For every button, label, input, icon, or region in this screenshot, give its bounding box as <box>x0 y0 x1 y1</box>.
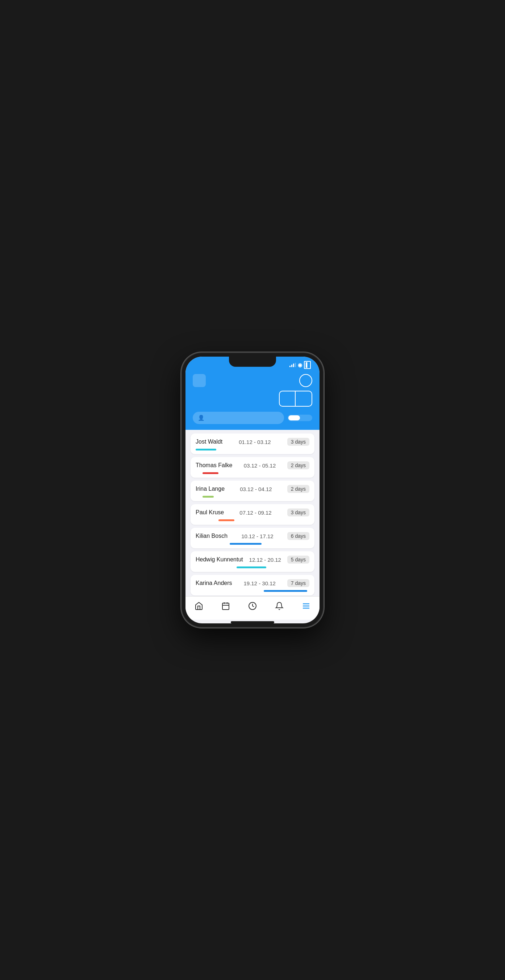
month-navigation <box>193 391 312 407</box>
bar-container <box>195 449 310 450</box>
home-indicator <box>231 621 274 624</box>
absence-bar <box>203 472 218 474</box>
nav-item-calendar[interactable] <box>216 600 236 613</box>
signal-bar-3 <box>293 364 294 367</box>
absence-bar <box>264 590 307 592</box>
card-top: Thomas Falke03.12 - 05.122 days <box>195 461 310 469</box>
wifi-icon: ◉ <box>298 362 302 368</box>
days-badge: 2 days <box>287 485 310 493</box>
date-range: 03.12 - 05.12 <box>244 463 276 469</box>
home-icon <box>195 601 203 612</box>
date-range: 12.12 - 20.12 <box>249 557 281 563</box>
prev-month-button[interactable] <box>279 391 295 406</box>
header: 👤 <box>186 371 319 430</box>
month-view-button[interactable] <box>288 415 300 420</box>
employee-name: Paul Kruse <box>195 509 224 516</box>
card-top: Irina Lange03.12 - 04.122 days <box>195 485 310 493</box>
nav-arrows <box>279 391 312 407</box>
date-range: 19.12 - 30.12 <box>243 580 275 586</box>
absence-list: Jost Waldt01.12 - 03.123 daysThomas Falk… <box>186 430 319 596</box>
employee-name: Irina Lange <box>195 486 225 492</box>
status-right: ◉ ▌ <box>289 361 311 369</box>
signal-bars-icon <box>289 363 296 367</box>
clock-icon <box>248 601 257 612</box>
absence-bar <box>218 519 234 521</box>
back-button[interactable] <box>193 374 206 387</box>
absence-bar <box>195 449 216 450</box>
bar-container <box>195 543 310 545</box>
absence-card[interactable]: Kilian Bosch10.12 - 17.126 days <box>191 528 314 548</box>
year-view-button[interactable] <box>300 415 311 420</box>
absence-card[interactable]: Jost Waldt01.12 - 03.123 days <box>191 433 314 454</box>
card-top: Jost Waldt01.12 - 03.123 days <box>195 438 310 446</box>
header-top <box>193 374 312 387</box>
absence-bar <box>237 566 266 568</box>
bar-container <box>195 566 310 568</box>
signal-bar-4 <box>295 363 296 367</box>
days-badge: 3 days <box>287 438 310 446</box>
phone-screen: ◉ ▌ <box>186 356 319 624</box>
date-range: 03.12 - 04.12 <box>240 486 272 492</box>
days-badge: 3 days <box>287 509 310 517</box>
menu-icon <box>302 601 310 612</box>
absence-bar <box>230 543 262 545</box>
employee-name: Karina Anders <box>195 580 232 586</box>
employee-select[interactable]: 👤 <box>193 412 284 424</box>
bar-container <box>195 519 310 521</box>
bar-container <box>195 590 310 592</box>
add-button[interactable] <box>299 374 312 387</box>
absence-card[interactable]: Hedwig Kunnentut12.12 - 20.125 days <box>191 551 314 572</box>
nav-item-home[interactable] <box>189 600 209 613</box>
absence-card[interactable]: Irina Lange03.12 - 04.122 days <box>191 480 314 501</box>
employee-name: Kilian Bosch <box>195 533 227 539</box>
date-range: 10.12 - 17.12 <box>241 533 273 539</box>
absence-bar <box>203 496 214 498</box>
battery-icon: ▌ <box>304 361 311 369</box>
nav-item-clock[interactable] <box>242 600 263 613</box>
bar-container <box>195 496 310 498</box>
days-badge: 7 days <box>287 579 310 587</box>
employee-name: Jost Waldt <box>195 439 222 445</box>
notch <box>229 356 276 367</box>
card-top: Paul Kruse07.12 - 09.123 days <box>195 509 310 517</box>
next-month-button[interactable] <box>295 391 311 406</box>
days-badge: 6 days <box>287 532 310 540</box>
date-range: 01.12 - 03.12 <box>239 439 271 445</box>
nav-item-bell[interactable] <box>269 600 289 613</box>
filter-row: 👤 <box>193 412 312 424</box>
days-badge: 5 days <box>287 555 310 563</box>
bell-icon <box>275 601 284 612</box>
svg-rect-0 <box>222 603 229 609</box>
phone-shell: ◉ ▌ <box>182 353 323 627</box>
bottom-nav <box>186 596 319 620</box>
absence-card[interactable]: Karina Anders19.12 - 30.127 days <box>191 575 314 595</box>
signal-bar-2 <box>291 364 292 367</box>
days-badge: 2 days <box>287 461 310 469</box>
employee-name: Hedwig Kunnentut <box>195 556 243 563</box>
card-top: Kilian Bosch10.12 - 17.126 days <box>195 532 310 540</box>
date-range: 07.12 - 09.12 <box>240 509 272 516</box>
employee-select-icon: 👤 <box>198 415 205 421</box>
employee-name: Thomas Falke <box>195 462 232 469</box>
signal-bar-1 <box>289 366 291 367</box>
absence-card[interactable]: Thomas Falke03.12 - 05.122 days <box>191 457 314 478</box>
view-toggle <box>287 415 312 421</box>
bar-container <box>195 472 310 474</box>
card-top: Hedwig Kunnentut12.12 - 20.125 days <box>195 555 310 563</box>
card-top: Karina Anders19.12 - 30.127 days <box>195 579 310 587</box>
nav-item-menu[interactable] <box>296 600 316 613</box>
absence-card[interactable]: Paul Kruse07.12 - 09.123 days <box>191 504 314 525</box>
calendar-icon <box>221 601 230 612</box>
